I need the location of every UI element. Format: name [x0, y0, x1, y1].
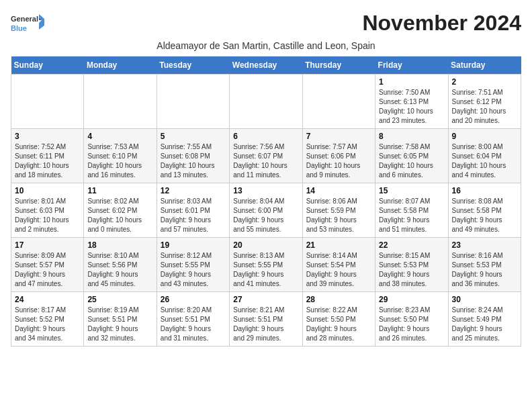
day-number: 7: [306, 132, 371, 141]
day-number: 18: [87, 240, 152, 250]
day-number: 8: [379, 132, 444, 141]
day-info: Sunrise: 8:02 AM Sunset: 6:02 PM Dayligh…: [87, 197, 152, 234]
header: General Blue November 2024: [11, 11, 521, 38]
calendar-cell: 23Sunrise: 8:16 AM Sunset: 5:53 PM Dayli…: [448, 238, 521, 292]
header-row: SundayMondayTuesdayWednesdayThursdayFrid…: [11, 56, 521, 75]
day-info: Sunrise: 7:57 AM Sunset: 6:06 PM Dayligh…: [306, 142, 371, 180]
day-info: Sunrise: 8:10 AM Sunset: 5:56 PM Dayligh…: [87, 251, 152, 289]
calendar-cell: 16Sunrise: 8:08 AM Sunset: 5:58 PM Dayli…: [448, 183, 521, 238]
day-info: Sunrise: 8:20 AM Sunset: 5:51 PM Dayligh…: [161, 306, 226, 343]
day-number: 23: [452, 240, 517, 250]
day-number: 4: [87, 132, 152, 141]
subtitle: Aldeamayor de San Martin, Castille and L…: [11, 40, 521, 51]
day-info: Sunrise: 8:24 AM Sunset: 5:49 PM Dayligh…: [452, 306, 517, 343]
calendar-table: SundayMondayTuesdayWednesdayThursdayFrid…: [11, 56, 521, 347]
day-number: 27: [233, 295, 298, 304]
calendar-cell: 11Sunrise: 8:02 AM Sunset: 6:02 PM Dayli…: [84, 183, 157, 238]
day-info: Sunrise: 8:09 AM Sunset: 5:57 PM Dayligh…: [15, 251, 80, 289]
calendar-cell: [302, 75, 375, 129]
calendar-cell: 19Sunrise: 8:12 AM Sunset: 5:55 PM Dayli…: [157, 238, 229, 292]
day-info: Sunrise: 8:22 AM Sunset: 5:50 PM Dayligh…: [306, 306, 371, 343]
title-area: November 2024: [362, 11, 521, 36]
day-number: 15: [379, 186, 444, 195]
day-info: Sunrise: 7:52 AM Sunset: 6:11 PM Dayligh…: [15, 142, 80, 180]
svg-text:General: General: [11, 15, 38, 23]
calendar-cell: 21Sunrise: 8:14 AM Sunset: 5:54 PM Dayli…: [302, 238, 375, 292]
day-info: Sunrise: 7:50 AM Sunset: 6:13 PM Dayligh…: [379, 88, 444, 126]
day-info: Sunrise: 8:16 AM Sunset: 5:53 PM Dayligh…: [452, 251, 517, 289]
day-info: Sunrise: 8:19 AM Sunset: 5:51 PM Dayligh…: [87, 306, 152, 343]
day-number: 9: [452, 132, 517, 141]
day-info: Sunrise: 7:53 AM Sunset: 6:10 PM Dayligh…: [87, 142, 152, 180]
day-number: 6: [233, 132, 298, 141]
day-info: Sunrise: 8:04 AM Sunset: 6:00 PM Dayligh…: [233, 197, 298, 234]
calendar-cell: 20Sunrise: 8:13 AM Sunset: 5:55 PM Dayli…: [230, 238, 302, 292]
day-info: Sunrise: 8:03 AM Sunset: 6:01 PM Dayligh…: [161, 197, 226, 234]
col-header-friday: Friday: [375, 56, 448, 75]
day-number: 5: [161, 132, 226, 141]
calendar-cell: 28Sunrise: 8:22 AM Sunset: 5:50 PM Dayli…: [302, 292, 375, 347]
calendar-cell: 12Sunrise: 8:03 AM Sunset: 6:01 PM Dayli…: [157, 183, 229, 238]
day-number: 29: [379, 295, 444, 304]
calendar-cell: 7Sunrise: 7:57 AM Sunset: 6:06 PM Daylig…: [302, 129, 375, 183]
col-header-saturday: Saturday: [448, 56, 521, 75]
day-info: Sunrise: 8:14 AM Sunset: 5:54 PM Dayligh…: [306, 251, 371, 289]
day-info: Sunrise: 8:21 AM Sunset: 5:51 PM Dayligh…: [233, 306, 298, 343]
day-number: 26: [161, 295, 226, 304]
day-number: 21: [306, 240, 371, 250]
day-info: Sunrise: 8:06 AM Sunset: 5:59 PM Dayligh…: [306, 197, 371, 234]
calendar-cell: 26Sunrise: 8:20 AM Sunset: 5:51 PM Dayli…: [157, 292, 229, 347]
col-header-wednesday: Wednesday: [230, 56, 302, 75]
day-info: Sunrise: 7:55 AM Sunset: 6:08 PM Dayligh…: [161, 142, 226, 180]
day-number: 14: [306, 186, 371, 195]
calendar-cell: [84, 75, 157, 129]
day-info: Sunrise: 8:07 AM Sunset: 5:58 PM Dayligh…: [379, 197, 444, 234]
week-row-5: 24Sunrise: 8:17 AM Sunset: 5:52 PM Dayli…: [11, 292, 521, 347]
col-header-tuesday: Tuesday: [157, 56, 229, 75]
svg-text:Blue: Blue: [11, 24, 27, 32]
calendar-cell: 17Sunrise: 8:09 AM Sunset: 5:57 PM Dayli…: [11, 238, 84, 292]
calendar-cell: 27Sunrise: 8:21 AM Sunset: 5:51 PM Dayli…: [230, 292, 302, 347]
col-header-monday: Monday: [84, 56, 157, 75]
day-info: Sunrise: 8:08 AM Sunset: 5:58 PM Dayligh…: [452, 197, 517, 234]
day-info: Sunrise: 8:12 AM Sunset: 5:55 PM Dayligh…: [161, 251, 226, 289]
day-info: Sunrise: 7:51 AM Sunset: 6:12 PM Dayligh…: [452, 88, 517, 126]
day-info: Sunrise: 7:56 AM Sunset: 6:07 PM Dayligh…: [233, 142, 298, 180]
calendar-cell: 18Sunrise: 8:10 AM Sunset: 5:56 PM Dayli…: [84, 238, 157, 292]
week-row-2: 3Sunrise: 7:52 AM Sunset: 6:11 PM Daylig…: [11, 129, 521, 183]
calendar-cell: 6Sunrise: 7:56 AM Sunset: 6:07 PM Daylig…: [230, 129, 302, 183]
logo: General Blue: [11, 11, 44, 38]
day-info: Sunrise: 8:23 AM Sunset: 5:50 PM Dayligh…: [379, 306, 444, 343]
month-title: November 2024: [362, 11, 521, 36]
day-number: 17: [15, 240, 80, 250]
calendar-cell: 15Sunrise: 8:07 AM Sunset: 5:58 PM Dayli…: [375, 183, 448, 238]
calendar-cell: 30Sunrise: 8:24 AM Sunset: 5:49 PM Dayli…: [448, 292, 521, 347]
calendar-cell: 3Sunrise: 7:52 AM Sunset: 6:11 PM Daylig…: [11, 129, 84, 183]
calendar-cell: 29Sunrise: 8:23 AM Sunset: 5:50 PM Dayli…: [375, 292, 448, 347]
calendar-cell: 9Sunrise: 8:00 AM Sunset: 6:04 PM Daylig…: [448, 129, 521, 183]
calendar-cell: 4Sunrise: 7:53 AM Sunset: 6:10 PM Daylig…: [84, 129, 157, 183]
calendar-cell: 5Sunrise: 7:55 AM Sunset: 6:08 PM Daylig…: [157, 129, 229, 183]
day-number: 30: [452, 295, 517, 304]
col-header-thursday: Thursday: [302, 56, 375, 75]
day-info: Sunrise: 8:15 AM Sunset: 5:53 PM Dayligh…: [379, 251, 444, 289]
calendar-cell: 10Sunrise: 8:01 AM Sunset: 6:03 PM Dayli…: [11, 183, 84, 238]
calendar-cell: 14Sunrise: 8:06 AM Sunset: 5:59 PM Dayli…: [302, 183, 375, 238]
calendar-cell: 8Sunrise: 7:58 AM Sunset: 6:05 PM Daylig…: [375, 129, 448, 183]
week-row-1: 1Sunrise: 7:50 AM Sunset: 6:13 PM Daylig…: [11, 75, 521, 129]
svg-marker-2: [39, 14, 44, 30]
week-row-4: 17Sunrise: 8:09 AM Sunset: 5:57 PM Dayli…: [11, 238, 521, 292]
day-number: 11: [87, 186, 152, 195]
calendar-cell: 25Sunrise: 8:19 AM Sunset: 5:51 PM Dayli…: [84, 292, 157, 347]
day-info: Sunrise: 7:58 AM Sunset: 6:05 PM Dayligh…: [379, 142, 444, 180]
day-info: Sunrise: 8:01 AM Sunset: 6:03 PM Dayligh…: [15, 197, 80, 234]
day-number: 1: [379, 77, 444, 87]
day-number: 19: [161, 240, 226, 250]
logo-svg: General Blue: [11, 11, 44, 38]
calendar-cell: [157, 75, 229, 129]
week-row-3: 10Sunrise: 8:01 AM Sunset: 6:03 PM Dayli…: [11, 183, 521, 238]
calendar-cell: 22Sunrise: 8:15 AM Sunset: 5:53 PM Dayli…: [375, 238, 448, 292]
day-info: Sunrise: 8:13 AM Sunset: 5:55 PM Dayligh…: [233, 251, 298, 289]
calendar-cell: 2Sunrise: 7:51 AM Sunset: 6:12 PM Daylig…: [448, 75, 521, 129]
day-number: 24: [15, 295, 80, 304]
